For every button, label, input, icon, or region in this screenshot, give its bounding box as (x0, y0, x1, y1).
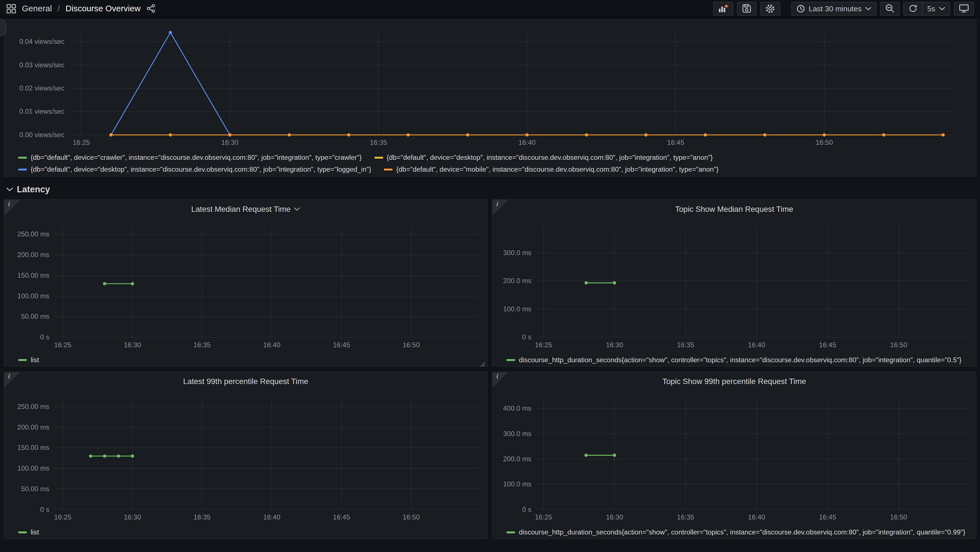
share-icon[interactable] (146, 4, 155, 13)
refresh-interval-dropdown[interactable]: 5s (922, 2, 950, 16)
legend-item[interactable]: list (18, 355, 39, 365)
magnifier-minus-icon (885, 4, 895, 13)
svg-text:50.00 ms: 50.00 ms (21, 312, 49, 320)
svg-text:0 s: 0 s (522, 506, 531, 513)
panel-info-icon[interactable]: i (4, 372, 20, 388)
cycle-view-mode-button[interactable] (954, 2, 974, 16)
legend-item[interactable]: {db="default", device="desktop", instanc… (374, 152, 713, 162)
breadcrumb-dashboard-title[interactable]: Discourse Overview (65, 4, 140, 13)
legend-item[interactable]: {db="default", device="crawler", instanc… (18, 152, 362, 162)
svg-text:0.04 views/sec: 0.04 views/sec (19, 38, 64, 45)
legend-item[interactable]: list (18, 527, 39, 537)
legend-item[interactable]: {db="default", device="desktop", instanc… (18, 164, 371, 174)
svg-text:16:35: 16:35 (194, 513, 211, 521)
svg-text:16:45: 16:45 (819, 513, 836, 521)
dashboard-settings-button[interactable] (760, 2, 780, 16)
svg-text:16:25: 16:25 (535, 341, 552, 349)
latency-section-header[interactable]: Latency (6, 183, 980, 195)
svg-text:16:40: 16:40 (519, 138, 536, 146)
refresh-interval-label: 5s (928, 4, 935, 13)
views-chart[interactable]: 16:2516:3016:3516:4016:4516:500.00 views… (4, 21, 972, 151)
panel-info-icon[interactable]: i (493, 200, 508, 216)
svg-text:100.00 ms: 100.00 ms (17, 464, 49, 472)
breadcrumb-section[interactable]: General (22, 4, 52, 13)
chevron-down-icon (865, 6, 872, 10)
panel-legend: discourse_http_duration_seconds{action="… (493, 354, 976, 365)
svg-text:0 s: 0 s (40, 506, 49, 513)
svg-text:0 s: 0 s (40, 333, 49, 341)
svg-text:200.00 ms: 200.00 ms (17, 424, 49, 431)
panel-resize-handle[interactable] (479, 358, 486, 365)
breadcrumb-separator: / (57, 4, 60, 13)
gear-icon (765, 3, 775, 13)
svg-text:16:25: 16:25 (54, 341, 72, 349)
panel-title[interactable]: Topic Show 99th percentile Request Time (493, 372, 976, 391)
refresh-group: 5s (904, 2, 950, 16)
svg-text:16:25: 16:25 (73, 138, 90, 146)
svg-text:16:40: 16:40 (748, 513, 765, 521)
zoom-out-button[interactable] (880, 2, 900, 16)
panel-legend: list (4, 526, 487, 537)
svg-text:0.02 views/sec: 0.02 views/sec (19, 84, 64, 92)
latest-median-panel: i Latest Median Request Time 16:2516:301… (4, 199, 487, 366)
panel-info-icon[interactable]: i (493, 372, 508, 388)
top-navbar: General / Discourse Overview (0, 0, 980, 17)
legend-item[interactable]: discourse_http_duration_seconds{action="… (506, 527, 965, 537)
svg-text:16:50: 16:50 (816, 138, 833, 146)
chevron-down-icon (939, 6, 945, 10)
legend-item[interactable]: {db="default", device="mobile", instance… (384, 164, 719, 174)
chevron-down-icon (6, 187, 13, 191)
topic-show-p99-chart[interactable]: 16:2516:3016:3516:4016:4516:500 s100.0 m… (493, 391, 977, 526)
add-panel-button[interactable] (713, 2, 733, 16)
series-color-swatch (506, 531, 515, 533)
series-label: {db="default", device="crawler", instanc… (30, 152, 361, 162)
views-legend: {db="default", device="crawler", instanc… (4, 151, 976, 174)
svg-text:150.00 ms: 150.00 ms (17, 271, 49, 279)
svg-text:16:30: 16:30 (221, 138, 239, 146)
series-label: {db="default", device="desktop", instanc… (387, 152, 713, 162)
series-color-swatch (374, 156, 383, 159)
svg-text:16:45: 16:45 (333, 341, 350, 349)
chevron-down-icon (294, 207, 300, 211)
monitor-icon (959, 4, 969, 13)
svg-text:0 s: 0 s (522, 333, 531, 341)
svg-text:150.00 ms: 150.00 ms (17, 444, 49, 451)
breadcrumb: General / Discourse Overview (6, 3, 155, 13)
panel-title[interactable]: Latest Median Request Time (4, 200, 487, 219)
svg-text:16:35: 16:35 (677, 513, 694, 521)
svg-text:100.0 ms: 100.0 ms (503, 480, 531, 488)
svg-text:16:50: 16:50 (402, 341, 420, 349)
latest-p99-chart[interactable]: 16:2516:3016:3516:4016:4516:500 s50.00 m… (4, 391, 488, 526)
svg-text:16:35: 16:35 (194, 341, 211, 349)
svg-text:16:30: 16:30 (606, 341, 623, 349)
series-color-swatch (506, 359, 515, 361)
svg-text:16:35: 16:35 (677, 341, 694, 349)
grafana-dashboard: General / Discourse Overview (0, 0, 980, 552)
svg-text:0.00 views/sec: 0.00 views/sec (19, 131, 64, 138)
series-label: list (30, 355, 39, 365)
latency-panel-grid: i Latest Median Request Time 16:2516:301… (4, 199, 976, 539)
topic-show-median-chart[interactable]: 16:2516:3016:3516:4016:4516:500 s100.0 m… (493, 219, 977, 354)
panel-title[interactable]: Topic Show Median Request Time (493, 200, 976, 219)
refresh-button[interactable] (904, 2, 923, 16)
svg-text:16:30: 16:30 (606, 513, 623, 521)
svg-text:300.0 ms: 300.0 ms (503, 249, 531, 257)
save-dashboard-button[interactable] (737, 2, 756, 16)
svg-text:100.0 ms: 100.0 ms (503, 305, 531, 313)
svg-text:16:40: 16:40 (263, 513, 280, 521)
series-label: {db="default", device="desktop", instanc… (30, 164, 371, 174)
clock-icon (796, 4, 805, 13)
time-range-picker[interactable]: Last 30 minutes (791, 2, 877, 16)
section-title: Latency (17, 184, 50, 194)
panel-title[interactable]: Latest 99th percentile Request Time (4, 372, 487, 391)
svg-text:200.0 ms: 200.0 ms (503, 277, 531, 284)
series-color-swatch (384, 168, 393, 170)
legend-item[interactable]: discourse_http_duration_seconds{action="… (506, 355, 962, 365)
svg-text:16:30: 16:30 (124, 513, 141, 521)
series-color-swatch (18, 531, 27, 533)
dashboards-grid-icon[interactable] (6, 3, 16, 13)
svg-text:0.03 views/sec: 0.03 views/sec (19, 61, 64, 69)
panel-info-icon[interactable]: i (4, 200, 20, 216)
panel-legend: discourse_http_duration_seconds{action="… (493, 526, 976, 537)
latest-median-chart[interactable]: 16:2516:3016:3516:4016:4516:500 s50.00 m… (4, 219, 488, 354)
